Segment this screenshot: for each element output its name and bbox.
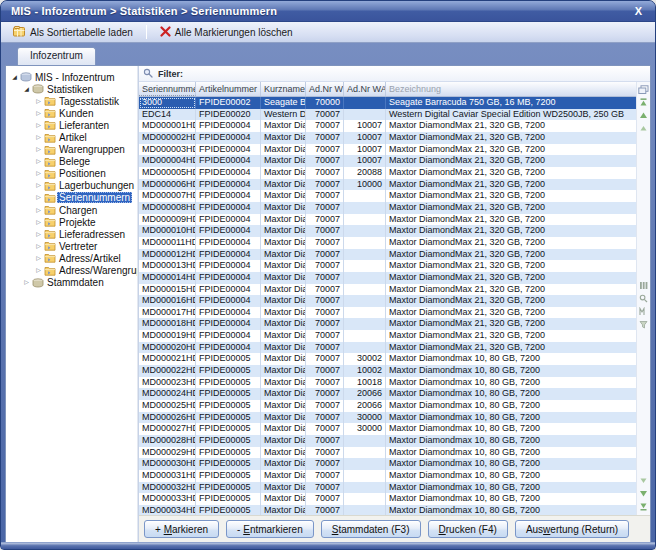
- column-header-ad-nr-wa[interactable]: Ad.Nr WA: [344, 82, 386, 96]
- table-row[interactable]: MD000032HDFPIDE00005Maxtor Dia70007Maxto…: [139, 482, 636, 494]
- expand-icon[interactable]: ▷: [34, 181, 43, 190]
- page-down-icon[interactable]: [638, 475, 649, 486]
- column-header-kurzname[interactable]: Kurzname: [261, 82, 306, 96]
- footer-button-markieren[interactable]: + Markieren: [144, 520, 219, 538]
- table-row[interactable]: MD000023HDFPIDE00005Maxtor Dia7000710018…: [139, 377, 636, 389]
- tree-item-adress-warengruppen[interactable]: ▷Adress/Warengruppen: [8, 265, 137, 277]
- expand-icon[interactable]: ▷: [34, 145, 43, 154]
- scroll-to-top-icon[interactable]: [638, 97, 649, 108]
- expand-icon[interactable]: ▷: [34, 169, 43, 178]
- table-row[interactable]: MD000017HDFPIDE00004Maxtor Dia70007Maxto…: [139, 307, 636, 319]
- tree-item-tagesstatistik[interactable]: ▷Tagesstatistik: [8, 95, 137, 107]
- table-row[interactable]: MD000012HDFPIDE00004Maxtor Dia70007Maxto…: [139, 249, 636, 261]
- load-sort-table-button[interactable]: Als Sortiertabelle laden: [7, 24, 139, 41]
- table-row[interactable]: MD000003HDFPIDE00004Maxtor Dia7000710007…: [139, 144, 636, 156]
- expand-icon[interactable]: ▷: [34, 133, 43, 142]
- table-row[interactable]: MD000006HDFPIDE00004Maxtor Dia7000710000…: [139, 179, 636, 191]
- table-row[interactable]: MD000013HDFPIDE00004Maxtor Dia70007Maxto…: [139, 260, 636, 272]
- table-row[interactable]: MD000034HDFPIDE00005Maxtor Dia70007Maxto…: [139, 505, 636, 515]
- table-row[interactable]: MD000028HDFPIDE00005Maxtor Dia70007Maxto…: [139, 435, 636, 447]
- tree-item-belege[interactable]: ▷Belege: [8, 156, 137, 168]
- table-row[interactable]: MD000022HDFPIDE00005Maxtor Dia7000710002…: [139, 365, 636, 377]
- table-row[interactable]: MD000025HDFPIDE00005Maxtor Dia7000720066…: [139, 400, 636, 412]
- tree-item-mis-infozentrum[interactable]: ◢MIS - Infozentrum: [8, 71, 137, 83]
- table-row[interactable]: MD000026HDFPIDE00005Maxtor Dia7000730000…: [139, 412, 636, 424]
- expand-icon[interactable]: ▷: [22, 278, 31, 287]
- scroll-to-bottom-icon[interactable]: [638, 501, 649, 512]
- table-row[interactable]: MD000008HDFPIDE00004Maxtor Dia70007Maxto…: [139, 202, 636, 214]
- scroll-down-icon[interactable]: [638, 488, 649, 499]
- table-row[interactable]: MD000030HDFPIDE00005Maxtor Dia70007Maxto…: [139, 458, 636, 470]
- table-row[interactable]: EDC14FPIDE00020Western Di70007Western Di…: [139, 109, 636, 121]
- tree-item-warengruppen[interactable]: ▷Warengruppen: [8, 144, 137, 156]
- clear-marks-button[interactable]: Alle Markierungen löschen: [154, 24, 299, 41]
- table-row[interactable]: MD000027HDFPIDE00005Maxtor Dia7000730000…: [139, 423, 636, 435]
- tree-item-lieferanten[interactable]: ▷Lieferanten: [8, 119, 137, 131]
- tree-item-seriennummern[interactable]: ▷Seriennummern: [8, 192, 137, 204]
- tree-item-vertreter[interactable]: ▷Vertreter: [8, 240, 137, 252]
- tree-item-lieferadressen[interactable]: ▷Lieferadressen: [8, 228, 137, 240]
- mark-rows-icon[interactable]: [638, 306, 649, 317]
- table-row[interactable]: MD000001HDFPIDE00004Maxtor Dia7000710007…: [139, 120, 636, 132]
- tree-item-kunden[interactable]: ▷Kunden: [8, 107, 137, 119]
- table-row[interactable]: MD000018HDFPIDE00004Maxtor Dia70007Maxto…: [139, 318, 636, 330]
- expand-icon[interactable]: ▷: [34, 121, 43, 130]
- scroll-up-icon[interactable]: [638, 110, 649, 121]
- tab-infozentrum[interactable]: Infozentrum: [17, 47, 96, 65]
- table-row[interactable]: MD000015HDFPIDE00004Maxtor Dia70007Maxto…: [139, 284, 636, 296]
- table-row[interactable]: MD000005HDFPIDE00004Maxtor Dia7000720088…: [139, 167, 636, 179]
- tree-item-artikel[interactable]: ▷Artikel: [8, 131, 137, 143]
- footer-button-auswertung-return[interactable]: Auswertung (Return): [515, 520, 629, 538]
- table-row[interactable]: MD000004HDFPIDE00004Maxtor Dia7000710007…: [139, 155, 636, 167]
- expand-icon[interactable]: ▷: [34, 97, 43, 106]
- tree-item-projekte[interactable]: ▷Projekte: [8, 216, 137, 228]
- footer-button-entmarkieren[interactable]: - Entmarkieren: [226, 520, 314, 538]
- column-header-bezeichnung[interactable]: Bezeichnung: [386, 82, 636, 96]
- footer-button-stammdaten-f3[interactable]: Stammdaten (F3): [321, 520, 421, 538]
- expand-icon[interactable]: ▷: [34, 206, 43, 215]
- table-row[interactable]: MD000016HDFPIDE00004Maxtor Dia70007Maxto…: [139, 295, 636, 307]
- expand-icon[interactable]: ▷: [34, 109, 43, 118]
- filter-funnel-icon[interactable]: [638, 319, 649, 330]
- table-row[interactable]: MD000021HDFPIDE00005Maxtor Dia7000730002…: [139, 353, 636, 365]
- table-row[interactable]: MD000011HDFPIDE00004Maxtor Dia70007Maxto…: [139, 237, 636, 249]
- column-chooser-icon[interactable]: [638, 84, 649, 95]
- search-icon[interactable]: [638, 293, 649, 304]
- table-row[interactable]: MD000019HDFPIDE00004Maxtor Dia70007Maxto…: [139, 330, 636, 342]
- columns-icon[interactable]: [638, 280, 649, 291]
- table-row[interactable]: MD000029HDFPIDE00005Maxtor Dia70007Maxto…: [139, 447, 636, 459]
- expand-icon[interactable]: ▷: [34, 218, 43, 227]
- page-up-icon[interactable]: [638, 123, 649, 134]
- table-row[interactable]: MD000014HDFPIDE00004Maxtor Dia70007Maxto…: [139, 272, 636, 284]
- table-row[interactable]: MD000007HDFPIDE00004Maxtor Dia70007Maxto…: [139, 190, 636, 202]
- table-row[interactable]: MD000031HDFPIDE00005Maxtor Dia70007Maxto…: [139, 470, 636, 482]
- table-row[interactable]: MD000010HDFPIDE00004Maxtor Dia70007Maxto…: [139, 225, 636, 237]
- table-row[interactable]: MD000002HDFPIDE00004Maxtor Dia7000710007…: [139, 132, 636, 144]
- table-row[interactable]: MD000020HDFPIDE00004Maxtor Dia70007Maxto…: [139, 342, 636, 354]
- tree-item-chargen[interactable]: ▷Chargen: [8, 204, 137, 216]
- table-row[interactable]: 3000FPIDE00002Seagate Ba70000Seagate Bar…: [139, 97, 636, 109]
- filter-bar[interactable]: Filter:: [139, 66, 650, 82]
- table-row[interactable]: MD000024HDFPIDE00005Maxtor Dia7000720066…: [139, 388, 636, 400]
- table-row[interactable]: MD000033HDFPIDE00005Maxtor Dia70007Maxto…: [139, 493, 636, 505]
- footer-button-drucken-f4[interactable]: Drucken (F4): [428, 520, 508, 538]
- expand-icon[interactable]: ▷: [34, 242, 43, 251]
- expand-icon[interactable]: ▷: [34, 230, 43, 239]
- expand-icon[interactable]: ▷: [34, 157, 43, 166]
- column-header-artikelnummer[interactable]: Artikelnummer: [196, 82, 261, 96]
- expand-icon[interactable]: ▷: [34, 254, 43, 263]
- tree-item-lagerbuchungen[interactable]: ▷Lagerbuchungen: [8, 180, 137, 192]
- tree-item-stammdaten[interactable]: ▷Stammdaten: [8, 277, 137, 289]
- column-header-seriennummer[interactable]: Seriennummer▼: [139, 82, 196, 96]
- table-row[interactable]: MD000009HDFPIDE00004Maxtor Dia70007Maxto…: [139, 214, 636, 226]
- collapse-icon[interactable]: ◢: [10, 73, 19, 82]
- close-button[interactable]: X: [632, 5, 645, 17]
- tree-item-positionen[interactable]: ▷Positionen: [8, 168, 137, 180]
- collapse-icon[interactable]: ◢: [22, 85, 31, 94]
- tree-item-adress-artikel[interactable]: ▷Adress/Artikel: [8, 252, 137, 264]
- tree-item-statistiken[interactable]: ◢Statistiken: [8, 83, 137, 95]
- stack-icon: [31, 278, 45, 288]
- column-header-ad-nr-we[interactable]: Ad.Nr WE: [306, 82, 344, 96]
- expand-icon[interactable]: ▷: [34, 193, 43, 202]
- expand-icon[interactable]: ▷: [34, 266, 43, 275]
